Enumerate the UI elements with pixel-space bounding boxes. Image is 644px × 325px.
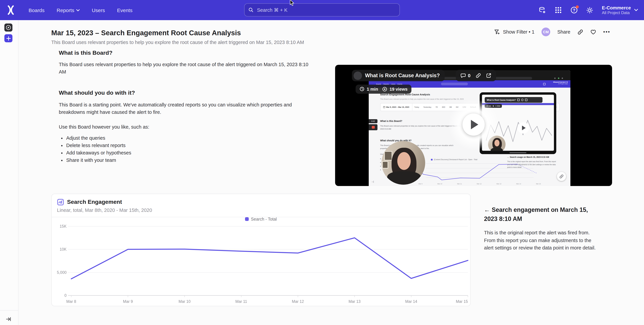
compass-icon [6, 25, 11, 30]
extension-icon [554, 77, 556, 79]
top-nav: Boards Reports Users Events ? [0, 0, 644, 20]
intro-bullet: Adjust the queries [66, 134, 314, 142]
copy-link-button[interactable] [578, 29, 583, 35]
chevron-down-icon [76, 9, 80, 11]
project-switcher[interactable]: E-Commerce All Project Data [602, 5, 638, 15]
video-copy-link-button[interactable] [476, 73, 481, 78]
video-action-pill: 0 [456, 70, 496, 81]
video-views: 19 views [390, 86, 408, 91]
video-meta-pill: 1 min 19 views [356, 84, 412, 93]
calendar-icon [383, 106, 385, 108]
external-link-icon [525, 99, 527, 101]
search-input[interactable] [256, 7, 396, 13]
report-subtitle: Linear, total, Mar 8th, 2020 - Mar 15th,… [57, 207, 465, 213]
report-note: ← Search engagement on March 15, 2023 8:… [484, 206, 600, 252]
help-icon[interactable]: ? [570, 6, 578, 14]
expand-sidebar-icon [6, 317, 11, 321]
favorite-button[interactable] [590, 29, 596, 34]
share-button[interactable]: Share [557, 29, 570, 34]
intro-section: What is this Board? This Board uses rele… [59, 50, 314, 164]
nav-item-reports[interactable]: Reports [57, 7, 80, 13]
video-share-link-button[interactable] [557, 172, 566, 181]
intro-bullet-list: Adjust the queriesDelete less relevant r… [59, 134, 314, 164]
nav-menu: Boards Reports Users Events [28, 7, 132, 13]
extension-icon [558, 77, 559, 79]
intro-paragraph-2: This Board is a starting point. We've au… [59, 101, 314, 116]
nav-item-boards[interactable]: Boards [28, 7, 44, 13]
legend-label: Search - Total [251, 217, 277, 221]
video-duration: 1 min [367, 86, 378, 91]
page-subtitle: This Board uses relevant properties to h… [51, 40, 304, 45]
discover-boards-button[interactable] [4, 23, 12, 31]
data-management-icon[interactable] [539, 6, 546, 14]
report-card-header: Search Engagement Linear, total, Mar 8th… [52, 194, 470, 217]
expand-sidebar-button[interactable] [4, 315, 12, 323]
home-indicator [510, 152, 526, 153]
recording-stop-button[interactable] [369, 124, 378, 130]
svg-text:Mar 15: Mar 15 [456, 299, 468, 304]
note-body: This is the original report the alert wa… [484, 229, 600, 252]
svg-text:Mar 10: Mar 10 [178, 299, 190, 304]
play-icon [522, 126, 526, 130]
global-search[interactable] [244, 3, 400, 16]
show-filter-button[interactable]: Show Filter • 1 [494, 29, 534, 35]
user-avatar[interactable]: CM [542, 27, 550, 36]
mini-preset: 3M [447, 106, 454, 108]
stop-record-icon [372, 126, 374, 129]
note-heading: ← Search engagement on March 15, 2023 8:… [484, 206, 600, 224]
comment-icon [517, 99, 520, 101]
inner-play-button[interactable] [518, 122, 529, 134]
svg-text:?: ? [573, 8, 575, 12]
add-board-button[interactable] [4, 34, 12, 42]
video-title-pill: What is Root Cause Analysis? [352, 70, 444, 81]
intro-paragraph-1: This Board uses relevant properties to h… [59, 61, 309, 75]
link-icon [559, 174, 564, 179]
recording-timestamp: 0:02 [369, 119, 378, 123]
external-link-icon [486, 73, 492, 78]
rail-divider [0, 310, 18, 311]
mini-x-axis: Mar 9Mar 10Mar 11Mar 12Mar 13Mar 14Mar 1… [418, 183, 541, 185]
notification-dot [576, 5, 579, 8]
comment-icon [460, 73, 466, 78]
video-player[interactable]: Mar 15, 2023 – Search Enga... × BoardsRe… [335, 65, 612, 186]
mini-x-label: Mar 15 [536, 183, 541, 185]
mini-search [441, 83, 468, 85]
apps-grid-icon[interactable] [554, 6, 562, 14]
mini-preset: 30D [440, 106, 447, 108]
svg-text:0: 0 [64, 293, 66, 298]
mouse-cursor [290, 0, 296, 6]
svg-text:Mar 11: Mar 11 [235, 299, 247, 304]
chart-legend: Search - Total [52, 217, 470, 221]
nav-right-cluster: ? E-Commerce All Project Data [539, 0, 638, 20]
more-options-button[interactable]: ••• [603, 29, 610, 34]
mini-nav-icon [543, 83, 546, 85]
settings-gear-icon[interactable] [586, 6, 594, 14]
intro-heading-2: What should you do with it? [59, 90, 314, 96]
mini-preset: 7D [434, 106, 440, 108]
mini-note-body: This is the original report the alert wa… [507, 160, 558, 169]
plus-icon [6, 36, 10, 40]
mini-x-label: Mar 11 [457, 183, 462, 185]
mini-collapse-icon: →| [371, 180, 374, 183]
project-name: E-Commerce [602, 5, 631, 10]
clock-icon [360, 87, 364, 91]
show-filter-label: Show Filter • 1 [503, 29, 534, 34]
link-icon [578, 29, 583, 35]
svg-text:Mar 8: Mar 8 [66, 299, 76, 304]
mini-chart-legend: [Content Discovery] Omnisearch Report Li… [431, 158, 477, 160]
video-comments-button[interactable]: 0 [460, 73, 470, 78]
mixpanel-logo-icon[interactable] [6, 5, 15, 15]
mini-note-title: ← Search usage on March 15, 2023 8:10 AM [507, 156, 560, 158]
search-icon [248, 7, 253, 12]
app-root: Boards Reports Users Events ? [0, 0, 644, 325]
svg-text:15K: 15K [60, 224, 66, 228]
report-card[interactable]: Search Engagement Linear, total, Mar 8th… [51, 194, 470, 306]
mini-x-label: Mar 10 [437, 183, 442, 185]
video-open-external-button[interactable] [486, 73, 492, 78]
svg-text:Mar 12: Mar 12 [292, 299, 304, 304]
nav-item-events[interactable]: Events [117, 7, 132, 13]
play-button[interactable] [462, 113, 485, 136]
nav-item-users[interactable]: Users [92, 7, 105, 13]
mini-board-subtitle: This Board uses relevant properties to h… [380, 98, 464, 100]
play-icon [471, 120, 478, 129]
